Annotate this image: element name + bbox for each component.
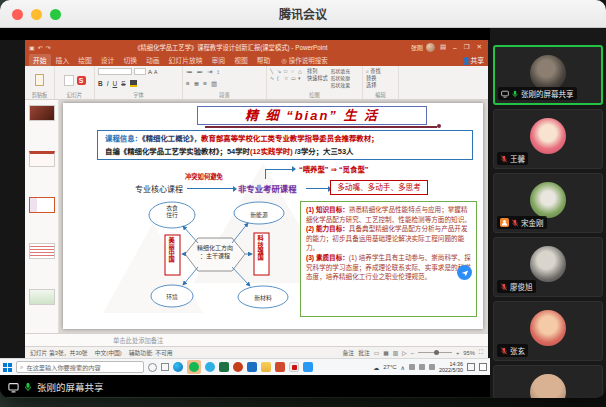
excel-icon[interactable] — [219, 362, 229, 372]
tab-review[interactable]: 审阅 — [208, 54, 230, 66]
shape-line-icon[interactable]: ╲ — [270, 68, 276, 74]
notes-pane[interactable]: 单击此处添加备注 — [25, 333, 488, 346]
shape-more-icon[interactable]: ▾ — [298, 75, 304, 81]
cortana-icon[interactable] — [148, 363, 157, 372]
bold-button[interactable]: B — [98, 80, 103, 87]
ribbon-options-icon[interactable]: ▤ — [438, 43, 448, 51]
participant-tile[interactable]: 张玄 — [493, 301, 603, 361]
tab-home[interactable]: 开始 — [29, 54, 51, 66]
participant-tile[interactable]: 宋金刚 — [493, 173, 603, 233]
s-plugin-icon[interactable]: S — [77, 76, 86, 85]
shape-tri-icon[interactable]: △ — [298, 68, 304, 74]
battery-icon[interactable] — [429, 364, 435, 370]
undo-icon[interactable]: ↶ — [38, 44, 43, 51]
arrange-button[interactable]: 排列 — [307, 68, 328, 75]
close-window-button[interactable] — [12, 9, 23, 20]
align-right-icon[interactable]: ≡ — [203, 80, 207, 88]
underline-button[interactable]: U — [113, 80, 118, 87]
accessibility-indicator[interactable]: 辅助功能: 不可用 — [129, 348, 173, 357]
floating-assistant-icon[interactable] — [457, 265, 472, 280]
task-view-icon[interactable] — [161, 363, 169, 371]
network-icon[interactable] — [409, 364, 415, 370]
comments-button[interactable]: 批注 — [358, 348, 370, 357]
shape-star-icon[interactable]: ☆ — [284, 75, 290, 81]
shape-fill-button[interactable]: 形状填充 — [331, 68, 350, 75]
powerpoint-icon[interactable] — [233, 362, 243, 372]
grow-font-icon[interactable]: A — [148, 69, 152, 75]
zoom-slider[interactable] — [418, 352, 452, 353]
quick-styles-button[interactable]: 快速样式 — [307, 75, 328, 82]
tray-expand-icon[interactable]: ∧ — [401, 364, 405, 371]
taskbar-search[interactable]: ⌕在这里输入你要搜索的内容 — [16, 361, 144, 373]
redo-icon[interactable]: ↷ — [46, 44, 51, 51]
shape-callout-icon[interactable]: ▭ — [291, 75, 297, 81]
mail-icon[interactable] — [247, 362, 257, 372]
zoom-window-button[interactable] — [50, 9, 61, 20]
weather-temp[interactable]: 27°C — [383, 364, 396, 370]
select-button[interactable]: 选择 — [366, 82, 395, 89]
fit-slide-icon[interactable]: ⛶ — [479, 349, 483, 356]
replace-button[interactable]: 替换 — [366, 75, 395, 82]
tab-view[interactable]: 视图 — [230, 54, 252, 66]
qq-icon[interactable] — [205, 362, 215, 372]
slideshow-icon[interactable]: ▷ — [402, 350, 406, 356]
participant-tile[interactable]: 廖俊旭 — [493, 237, 603, 297]
tab-slideshow[interactable]: 幻灯片放映 — [165, 54, 207, 66]
tab-animations[interactable]: 动画 — [142, 54, 164, 66]
shape-brace-icon[interactable]: { — [277, 75, 283, 81]
edge-icon[interactable] — [173, 362, 183, 372]
slide-thumbnail[interactable] — [29, 151, 55, 167]
shape-rect-icon[interactable]: □ — [284, 68, 290, 74]
shape-oval-icon[interactable]: ○ — [291, 68, 297, 74]
align-left-icon[interactable]: ≡ — [186, 80, 190, 88]
slide-thumbnail[interactable] — [29, 243, 55, 259]
line-spacing-icon[interactable]: ↕ — [216, 68, 219, 76]
new-slide-icon[interactable] — [64, 75, 74, 86]
shape-arrow-icon[interactable]: ↘ — [277, 68, 283, 74]
taskbar-clock[interactable]: 14:36 2022/5/30 — [439, 361, 463, 373]
action-center-icon[interactable] — [479, 363, 487, 371]
start-button[interactable] — [3, 363, 12, 372]
sorter-view-icon[interactable]: ▦ — [383, 350, 388, 356]
zoom-out-icon[interactable]: – — [411, 350, 414, 356]
notes-button[interactable]: 备注 — [343, 348, 355, 357]
columns-icon[interactable]: ▥ — [211, 80, 217, 88]
shape-outline-button[interactable]: 形状轮廓 — [331, 75, 350, 82]
shape-curve-icon[interactable]: ∿ — [270, 75, 276, 81]
weather-icon[interactable]: ☁ — [373, 364, 379, 371]
restore-icon[interactable]: ❐ — [462, 43, 472, 51]
onedrive-icon[interactable] — [303, 362, 313, 372]
slide-canvas[interactable]: 精 细 “bian” 生 活 课程信息：《精细化工概论》，教育部高等学校化工类专… — [63, 103, 483, 329]
numbering-icon[interactable]: ≕ — [197, 68, 204, 76]
tab-draw[interactable]: 绘图 — [74, 54, 96, 66]
ppt-share-button[interactable]: 👤共享 — [462, 55, 484, 65]
minimize-window-button[interactable] — [31, 9, 42, 20]
slide-thumbnail[interactable] — [29, 289, 55, 305]
strikethrough-button[interactable]: S — [121, 80, 125, 87]
meeting-app-active[interactable] — [187, 360, 201, 374]
font-color-icon[interactable] — [130, 80, 137, 87]
normal-view-icon[interactable]: ▭ — [374, 350, 379, 356]
tab-transitions[interactable]: 切换 — [119, 54, 141, 66]
indent-icon[interactable]: ⇥ — [207, 68, 212, 76]
language-indicator[interactable]: 中文(中国) — [95, 348, 122, 357]
reading-view-icon[interactable]: ▥ — [393, 350, 398, 356]
tab-help[interactable]: 帮助 — [253, 54, 275, 66]
save-icon[interactable]: ▣ — [29, 44, 35, 51]
paste-icon[interactable] — [35, 74, 44, 86]
file-explorer-icon[interactable] — [261, 362, 271, 372]
shrink-font-icon[interactable]: A — [154, 69, 157, 75]
slide-thumbnail[interactable] — [29, 105, 55, 121]
user-avatar[interactable] — [426, 43, 435, 52]
word-icon[interactable] — [275, 362, 285, 372]
bullets-icon[interactable]: ≔ — [186, 68, 193, 76]
minimize-icon[interactable]: – — [451, 44, 459, 51]
acrobat-icon[interactable] — [289, 362, 299, 372]
tab-design[interactable]: 设计 — [97, 54, 119, 66]
italic-button[interactable]: I — [107, 80, 109, 87]
zoom-in-icon[interactable]: + — [456, 350, 459, 356]
zoom-level[interactable]: 95% — [463, 350, 475, 356]
font-name-box[interactable] — [98, 68, 132, 75]
tell-me-search[interactable]: ◎ 操作说明搜索 — [281, 55, 327, 65]
participant-tile-partial[interactable] — [493, 365, 603, 398]
